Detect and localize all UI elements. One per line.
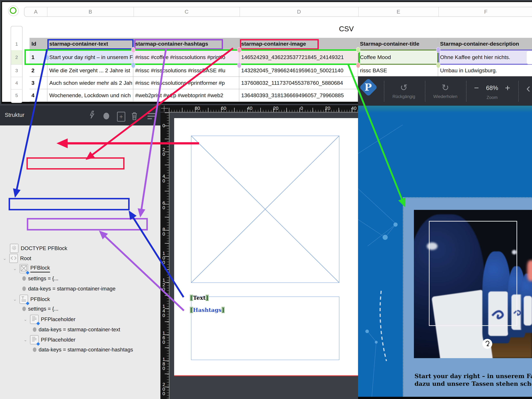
cell-popover-stub[interactable] xyxy=(526,51,532,64)
highlight-box-purple-header-hashtags xyxy=(134,39,223,50)
selection-handle[interactable] xyxy=(436,62,440,68)
redo-icon[interactable]: ↻ xyxy=(442,82,449,93)
text-block-icon xyxy=(19,295,28,304)
cell-a5[interactable]: 4 xyxy=(30,89,47,102)
cell-b3[interactable]: Wie die Zeit vergeht ... 2 Jahre ist xyxy=(47,64,133,77)
preview-card: Start your day right – in unserem Fall g… xyxy=(404,198,532,399)
photo-inner-frame xyxy=(429,221,517,326)
row-number[interactable]: 2 xyxy=(11,50,22,65)
canvas-area: 80 60 40 20 0 20 40 0 20 40 60 80 100 12… xyxy=(160,103,358,399)
selection-bracket-icon: [ xyxy=(190,307,193,313)
selection-handle[interactable] xyxy=(356,62,360,68)
column-letter-e[interactable]: E xyxy=(358,7,439,16)
zoom-in-icon[interactable]: + xyxy=(505,83,510,93)
row-number[interactable]: 3 xyxy=(11,64,22,77)
highlight-box-red-header-image xyxy=(240,39,319,50)
row-number[interactable]: 5 xyxy=(11,89,22,102)
text-placeholder-label[interactable]: [ Text ] xyxy=(190,295,209,301)
selection-bracket-icon: [ xyxy=(190,295,193,301)
selection-handle[interactable] xyxy=(237,47,241,53)
undo-icon[interactable]: ↺ xyxy=(400,82,408,93)
tree-item-pfblock-text[interactable]: ⌄ PFBlock xyxy=(13,296,50,303)
row-number[interactable]: 4 xyxy=(11,77,22,89)
menu-icon[interactable] xyxy=(147,113,155,120)
selection-handle[interactable] xyxy=(436,47,440,53)
toolbar-separator xyxy=(425,81,425,101)
tree-label: PFPlaceholder xyxy=(41,337,75,343)
undo-label[interactable]: Rückgängig xyxy=(393,94,415,99)
tree-item-settings-2[interactable]: settings = {... xyxy=(22,305,58,312)
preview-photo xyxy=(414,210,532,358)
highlight-box-blue-datakeys-text xyxy=(9,198,130,210)
image-block-icon xyxy=(19,264,28,273)
tree-item-datakeys-image[interactable]: data-keys = starmap-container-image xyxy=(22,285,115,292)
chevron-down-icon[interactable]: ⌄ xyxy=(13,297,17,302)
selection-handle[interactable] xyxy=(237,62,241,68)
cell-a3[interactable]: 2 xyxy=(30,64,47,77)
layout-page[interactable]: [ Text ] [ Hashtags ] xyxy=(174,118,358,376)
chevron-down-icon[interactable]: ⌄ xyxy=(13,266,17,271)
cell-b4[interactable]: Auch schon wieder mehr als 2 Jah xyxy=(47,77,133,89)
cell-c5[interactable]: #web2print #w2p #webtoprint #web2 xyxy=(133,89,239,102)
code-icon xyxy=(9,254,18,263)
rissc-badge-icon xyxy=(482,339,492,349)
cell-d3[interactable]: 143282045_789662461959610_50021140 xyxy=(239,64,358,77)
image-placeholder-frame[interactable] xyxy=(191,136,339,283)
cell-b5[interactable]: Wochenende, Lockdown und nich xyxy=(47,89,133,102)
selection-handle[interactable] xyxy=(45,55,50,61)
selection-handle[interactable] xyxy=(356,47,360,53)
trash-icon[interactable] xyxy=(131,111,138,121)
tree-label: DOCTYPE PFBlock xyxy=(21,245,67,251)
placeholder-cross-icon xyxy=(191,136,339,283)
cell-d5[interactable]: 136480393_318136669496057_79960885 xyxy=(239,89,358,102)
header-cell-id[interactable]: Id xyxy=(30,38,47,50)
cell-f3[interactable]: Umbau in Ludwigsburg. xyxy=(438,64,532,77)
placeholder-icon xyxy=(30,335,39,344)
tree-item-datakeys-text[interactable]: data-keys = starmap-container-text xyxy=(33,326,120,333)
tree-label: data-keys = starmap-container-hashtags xyxy=(39,347,133,353)
tree-item-pfblock-image[interactable]: ⌄ PFBlock xyxy=(13,265,50,272)
column-letter-b[interactable]: B xyxy=(47,7,134,16)
cell-c4[interactable]: #rissc #risscsolutions #printformer #p xyxy=(133,77,239,89)
column-letter-f[interactable]: F xyxy=(438,7,532,16)
column-letter-d[interactable]: D xyxy=(240,7,359,16)
zoom-value: 68% xyxy=(486,85,498,91)
cell-e3[interactable]: rissc BASE xyxy=(358,64,438,77)
chevron-down-icon[interactable]: ⌄ xyxy=(2,256,7,261)
cell-a4[interactable]: 3 xyxy=(30,77,47,89)
traffic-light-green[interactable] xyxy=(10,7,16,14)
tree-item-settings-1[interactable]: settings = {... xyxy=(22,275,58,282)
tree-item-root[interactable]: ⌄ Root xyxy=(2,255,31,262)
column-letter-c[interactable]: C xyxy=(133,7,240,16)
add-block-icon[interactable]: + xyxy=(117,112,125,122)
tree-item-datakeys-hashtags[interactable]: data-keys = starmap-container-hashtags xyxy=(33,346,133,353)
cell-c3[interactable]: #rissc #risscsolutions #risscBASE #lu xyxy=(133,64,239,77)
highlight-box-purple-datakeys-hashtags xyxy=(27,218,148,230)
header-cell-description[interactable]: Starmap-container-description xyxy=(438,38,532,50)
column-letter-a[interactable]: A xyxy=(25,7,47,16)
attribute-dot-icon xyxy=(22,307,26,311)
header-cell-title[interactable]: Starmap-container-title xyxy=(358,38,438,50)
lightning-icon[interactable] xyxy=(89,111,95,121)
redo-label[interactable]: Wiederholen xyxy=(433,94,457,99)
row-number-column: 1 2 3 4 5 xyxy=(11,26,23,103)
tree-label: data-keys = starmap-container-image xyxy=(28,286,115,292)
highlight-box-red-datakeys-image xyxy=(26,157,125,170)
row-number[interactable]: 1 xyxy=(11,38,22,51)
tree-item-doctype[interactable]: DOCTYPE PFBlock xyxy=(10,245,67,252)
hashtags-placeholder-label[interactable]: [ Hashtags ] xyxy=(190,307,225,313)
tree-item-placeholder-2[interactable]: ⌄ PFPlaceholder xyxy=(23,336,75,343)
tree-item-placeholder-1[interactable]: ⌄ PFPlaceholder xyxy=(23,316,75,323)
cell-d4[interactable]: 137608032_1117370455378760_5880684 xyxy=(239,77,358,89)
tree-label: PFPlaceholder xyxy=(41,316,75,322)
attribute-dot-icon xyxy=(33,327,36,332)
record-icon[interactable] xyxy=(103,113,109,119)
chevron-down-icon[interactable]: ⌄ xyxy=(23,317,28,322)
selection-handle[interactable] xyxy=(131,47,135,53)
selection-handle[interactable] xyxy=(131,62,135,68)
zoom-out-icon[interactable]: − xyxy=(474,83,479,93)
attribute-dot-icon xyxy=(33,348,36,352)
text-placeholder-frame[interactable] xyxy=(191,297,339,360)
collapse-icon[interactable]: ‹ xyxy=(526,81,530,95)
chevron-down-icon[interactable]: ⌄ xyxy=(23,337,28,342)
